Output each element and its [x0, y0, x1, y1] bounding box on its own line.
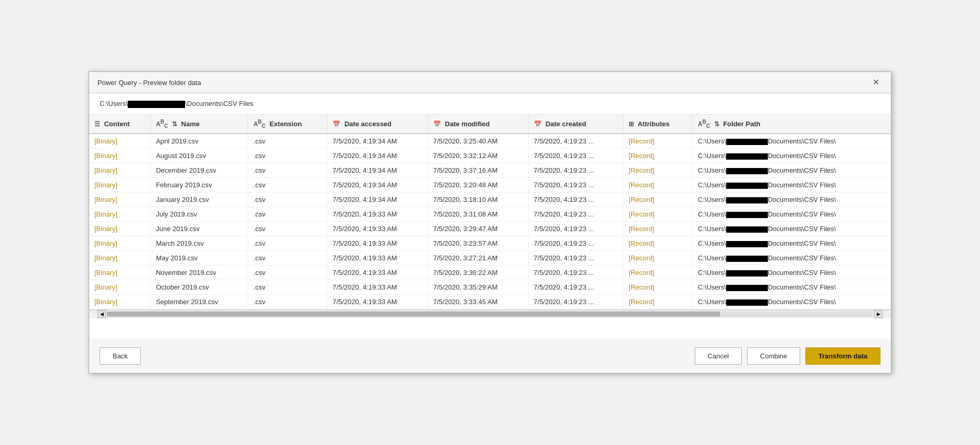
table-row[interactable]: [Binary]January 2019.csv.csv7/5/2020, 4:… [89, 192, 891, 207]
table-row[interactable]: [Binary]September 2019.csv.csv7/5/2020, … [89, 294, 891, 309]
abc-icon3: ABC [698, 119, 710, 129]
table-cell: C:\Users\Documents\CSV Files\ [692, 236, 891, 250]
title-bar: Power Query - Preview folder data ✕ [89, 72, 891, 93]
col-date-accessed[interactable]: 📅 Date accessed [327, 115, 428, 134]
table-cell: C:\Users\Documents\CSV Files\ [692, 207, 891, 221]
footer: Back Cancel Combine Transform data [89, 339, 891, 373]
col-content[interactable]: ☰ Content [89, 115, 151, 134]
path-prefix: C:\Users\ [100, 100, 128, 107]
table-cell: 7/5/2020, 4:19:34 AM [327, 148, 428, 163]
footer-right: Cancel Combine Transform data [695, 347, 880, 365]
table-cell: .csv [248, 221, 327, 236]
table-cell: 7/5/2020, 3:33:45 AM [427, 294, 528, 309]
table-cell: [Record] [623, 280, 693, 294]
table-cell: [Record] [623, 134, 693, 149]
table-cell: December 2019.csv [151, 163, 248, 177]
table-cell: [Binary] [89, 148, 151, 163]
path-suffix: \Documents\CSV Files [185, 100, 253, 107]
table-cell: 7/5/2020, 4:19:23 ... [528, 221, 623, 236]
table-cell: 7/5/2020, 4:19:23 ... [528, 148, 623, 163]
dialog-title: Power Query - Preview folder data [97, 79, 201, 87]
table-cell: .csv [248, 177, 327, 192]
col-folder-path[interactable]: ABC ⇅ Folder Path [692, 115, 891, 134]
combine-button[interactable]: Combine [747, 347, 800, 365]
table-cell: February 2019.csv [151, 177, 248, 192]
table-cell: 7/5/2020, 4:19:23 ... [528, 294, 623, 309]
table-cell: 7/5/2020, 4:19:34 AM [327, 192, 428, 207]
table-icon: ☰ [94, 121, 100, 128]
calendar-icon3: 📅 [534, 121, 542, 128]
table-cell: [Record] [623, 177, 693, 192]
table-cell: [Binary] [89, 177, 151, 192]
table-cell: C:\Users\Documents\CSV Files\ [692, 148, 891, 163]
abc-icon2: ABC [253, 119, 265, 129]
table-row[interactable]: [Binary]December 2019.csv.csv7/5/2020, 4… [89, 163, 891, 177]
table-cell: [Binary] [89, 250, 151, 265]
table-cell: .csv [248, 250, 327, 265]
table-row[interactable]: [Binary]August 2019.csv.csv7/5/2020, 4:1… [89, 148, 891, 163]
table-cell: October 2019.csv [151, 280, 248, 294]
col-date-created[interactable]: 📅 Date created [528, 115, 623, 134]
table-row[interactable]: [Binary]April 2019.csv.csv7/5/2020, 4:19… [89, 134, 891, 149]
table-cell: .csv [248, 236, 327, 250]
horizontal-scrollbar[interactable]: ◀ ▶ [89, 310, 891, 318]
table-cell: [Binary] [89, 265, 151, 280]
table-cell: C:\Users\Documents\CSV Files\ [692, 163, 891, 177]
table-row[interactable]: [Binary]February 2019.csv.csv7/5/2020, 4… [89, 177, 891, 192]
table-cell: 7/5/2020, 3:31:08 AM [427, 207, 528, 221]
table-cell: [Record] [623, 163, 693, 177]
table-cell: January 2019.csv [151, 192, 248, 207]
table-row[interactable]: [Binary]July 2019.csv.csv7/5/2020, 4:19:… [89, 207, 891, 221]
table-cell: November 2019.csv [151, 265, 248, 280]
scroll-track[interactable] [107, 311, 873, 317]
table-cell: [Record] [623, 250, 693, 265]
table-cell: C:\Users\Documents\CSV Files\ [692, 294, 891, 309]
table-cell: [Binary] [89, 192, 151, 207]
scroll-left-button[interactable]: ◀ [97, 310, 106, 318]
table-cell: C:\Users\Documents\CSV Files\ [692, 250, 891, 265]
table-cell: 7/5/2020, 4:19:33 AM [327, 294, 428, 309]
table-cell: [Record] [623, 294, 693, 309]
table-cell: [Binary] [89, 134, 151, 149]
table-row[interactable]: [Binary]June 2019.csv.csv7/5/2020, 4:19:… [89, 221, 891, 236]
table-cell: .csv [248, 163, 327, 177]
table-header-row: ☰ Content ABC ⇅ Name ABC Extension 📅 [89, 115, 891, 134]
scroll-thumb[interactable] [107, 311, 720, 317]
grid-icon: ⊞ [629, 121, 634, 128]
table-cell: August 2019.csv [151, 148, 248, 163]
table-cell: 7/5/2020, 4:19:23 ... [528, 177, 623, 192]
table-cell: 7/5/2020, 3:23:57 AM [427, 236, 528, 250]
table-cell: [Record] [623, 207, 693, 221]
table-cell: .csv [248, 148, 327, 163]
col-attributes[interactable]: ⊞ Attributes [623, 115, 693, 134]
table-cell: 7/5/2020, 4:19:33 AM [327, 265, 428, 280]
table-cell: 7/5/2020, 3:27:21 AM [427, 250, 528, 265]
col-date-modified[interactable]: 📅 Date modified [427, 115, 528, 134]
table-container[interactable]: ☰ Content ABC ⇅ Name ABC Extension 📅 [89, 115, 891, 310]
table-cell: 7/5/2020, 3:25:40 AM [427, 134, 528, 149]
table-row[interactable]: [Binary]November 2019.csv.csv7/5/2020, 4… [89, 265, 891, 280]
table-cell: .csv [248, 294, 327, 309]
table-cell: [Record] [623, 265, 693, 280]
table-cell: [Binary] [89, 221, 151, 236]
scroll-right-button[interactable]: ▶ [874, 310, 883, 318]
col-name[interactable]: ABC ⇅ Name [151, 115, 248, 134]
table-cell: [Record] [623, 148, 693, 163]
close-button[interactable]: ✕ [869, 77, 883, 88]
back-button[interactable]: Back [100, 347, 141, 365]
table-cell: [Binary] [89, 163, 151, 177]
sort-icon2: ⇅ [714, 121, 719, 128]
cancel-button[interactable]: Cancel [695, 347, 742, 365]
table-cell: June 2019.csv [151, 221, 248, 236]
table-row[interactable]: [Binary]March 2019.csv.csv7/5/2020, 4:19… [89, 236, 891, 250]
table-row[interactable]: [Binary]October 2019.csv.csv7/5/2020, 4:… [89, 280, 891, 294]
data-table: ☰ Content ABC ⇅ Name ABC Extension 📅 [89, 115, 891, 309]
table-cell: 7/5/2020, 4:19:23 ... [528, 207, 623, 221]
table-cell: 7/5/2020, 4:19:23 ... [528, 163, 623, 177]
col-extension[interactable]: ABC Extension [248, 115, 327, 134]
table-cell: C:\Users\Documents\CSV Files\ [692, 192, 891, 207]
transform-data-button[interactable]: Transform data [805, 347, 880, 365]
table-cell: 7/5/2020, 4:19:33 AM [327, 221, 428, 236]
table-row[interactable]: [Binary]May 2019.csv.csv7/5/2020, 4:19:3… [89, 250, 891, 265]
table-cell: [Binary] [89, 236, 151, 250]
